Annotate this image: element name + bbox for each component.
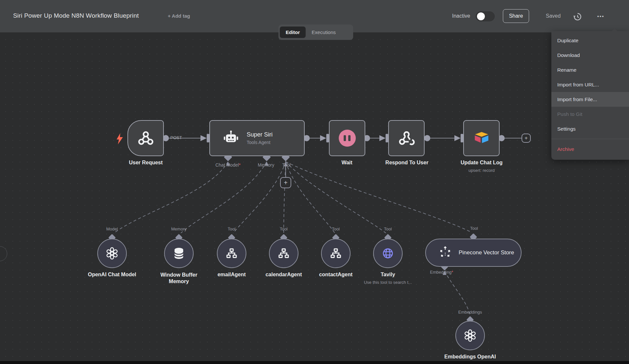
node-user-request[interactable] bbox=[127, 120, 164, 156]
history-icon[interactable] bbox=[573, 12, 582, 22]
node-title-pinecone: Pinecone Vector Store bbox=[459, 249, 514, 257]
openai-icon bbox=[463, 328, 478, 343]
port-chat-model[interactable]: Chat Model* bbox=[215, 162, 240, 168]
node-label-tavily: Tavily bbox=[381, 272, 395, 278]
node-wait[interactable] bbox=[329, 120, 365, 156]
tab-executions[interactable]: Executions bbox=[306, 27, 341, 38]
add-next-node-button[interactable]: + bbox=[522, 134, 531, 143]
menu-item-rename[interactable]: Rename bbox=[551, 63, 629, 77]
port-label-tool-email: Tool bbox=[228, 227, 236, 231]
port-label-tool-contact: Tool bbox=[332, 227, 340, 231]
share-button[interactable]: Share bbox=[503, 9, 529, 23]
workflow-status-label: Inactive bbox=[452, 13, 470, 19]
workflow-tool-icon bbox=[329, 246, 343, 260]
menu-item-settings[interactable]: Settings bbox=[551, 121, 629, 136]
menu-item-duplicate[interactable]: Duplicate bbox=[551, 33, 629, 48]
port-label-tool-tavily: Tool bbox=[384, 227, 392, 231]
pinecone-icon bbox=[438, 245, 453, 261]
node-calendar-agent[interactable] bbox=[269, 239, 298, 268]
workflow-canvas[interactable] bbox=[0, 33, 629, 364]
node-label-window-buffer-memory: Window Buffer Memory bbox=[154, 272, 203, 285]
airtable-icon bbox=[472, 130, 491, 146]
menu-divider bbox=[551, 139, 629, 139]
n8n-workflow-editor: User Request POST Super Siri Tools Agent… bbox=[0, 0, 629, 364]
saved-status: Saved bbox=[546, 13, 561, 19]
port-label-model: Model bbox=[106, 227, 118, 231]
pause-icon bbox=[339, 130, 356, 147]
menu-item-push-to-git: Push to Git bbox=[551, 107, 629, 121]
required-marker: * bbox=[451, 270, 453, 275]
menu-item-import-from-file[interactable]: Import from File... bbox=[551, 92, 629, 107]
webhook-icon bbox=[137, 130, 154, 147]
port-memory[interactable]: Memory bbox=[258, 162, 275, 168]
workflow-tool-icon bbox=[225, 246, 238, 260]
node-contact-agent[interactable] bbox=[321, 239, 351, 268]
node-subtitle-tavily: Use this tool to search t... bbox=[364, 280, 412, 285]
openai-icon bbox=[105, 246, 120, 261]
node-label-calendar-agent: calendarAgent bbox=[265, 272, 302, 278]
port-label-memory: Memory bbox=[171, 227, 187, 231]
node-subtitle-super-siri: Tools Agent bbox=[247, 140, 273, 145]
add-tool-button[interactable]: + bbox=[280, 177, 291, 188]
view-tab-switch: Editor Executions bbox=[278, 25, 353, 40]
node-respond-to-user[interactable] bbox=[388, 120, 425, 156]
node-title-super-siri: Super Siri bbox=[247, 131, 273, 138]
node-super-siri[interactable]: Super Siri Tools Agent bbox=[209, 120, 305, 156]
tab-editor[interactable]: Editor bbox=[280, 27, 306, 38]
menu-caret bbox=[611, 28, 618, 32]
robot-agent-icon bbox=[222, 130, 239, 147]
node-embeddings-openai[interactable] bbox=[455, 321, 485, 350]
active-toggle[interactable] bbox=[476, 11, 495, 21]
workflow-options-menu: Duplicate Download Rename Import from UR… bbox=[551, 31, 629, 160]
globe-icon bbox=[381, 246, 395, 261]
more-options-button[interactable]: ••• bbox=[594, 11, 608, 22]
node-label-contact-agent: contactAgent bbox=[319, 272, 353, 278]
bottom-edge-strip bbox=[0, 361, 629, 364]
node-label-embeddings-openai: Embeddings OpenAI bbox=[444, 354, 496, 360]
port-label-embeddings: Embeddings bbox=[458, 310, 482, 315]
port-label-embedding: Embedding* bbox=[430, 270, 453, 275]
toggle-knob bbox=[477, 12, 485, 20]
menu-item-download[interactable]: Download bbox=[551, 48, 629, 63]
menu-item-import-from-url[interactable]: Import from URL... bbox=[551, 77, 629, 92]
node-label-respond-to-user: Respond To User bbox=[385, 160, 428, 166]
node-label-email-agent: emailAgent bbox=[218, 272, 246, 278]
port-label-tool-calendar: Tool bbox=[280, 227, 288, 231]
node-label-user-request: User Request bbox=[129, 160, 162, 166]
respond-webhook-icon bbox=[398, 130, 415, 147]
trigger-bolt-icon bbox=[115, 133, 124, 146]
node-email-agent[interactable] bbox=[217, 239, 246, 268]
node-update-chat-log[interactable] bbox=[463, 120, 500, 156]
node-window-buffer-memory[interactable] bbox=[164, 239, 194, 268]
node-subtitle-update-chat-log: upsert: record bbox=[468, 168, 495, 173]
add-tag-button[interactable]: + Add tag bbox=[168, 13, 190, 19]
webhook-method-label: POST bbox=[170, 135, 182, 140]
node-pinecone-vector-store[interactable]: Pinecone Vector Store bbox=[425, 239, 522, 267]
database-icon bbox=[172, 246, 186, 261]
port-tool[interactable]: Tool bbox=[282, 162, 291, 168]
port-label-tool-pinecone: Tool bbox=[470, 226, 478, 231]
menu-item-archive[interactable]: Archive bbox=[551, 142, 629, 156]
node-label-wait: Wait bbox=[341, 160, 352, 166]
workflow-title[interactable]: Siri Power Up Mode N8N Workflow Blueprin… bbox=[13, 12, 139, 19]
node-label-openai-chat-model: OpenAI Chat Model bbox=[88, 272, 136, 278]
required-marker: * bbox=[239, 162, 240, 168]
workflow-tool-icon bbox=[277, 246, 291, 260]
node-label-update-chat-log: Update Chat Log bbox=[461, 160, 503, 166]
node-openai-chat-model[interactable] bbox=[97, 239, 127, 268]
node-tavily[interactable] bbox=[373, 239, 403, 268]
